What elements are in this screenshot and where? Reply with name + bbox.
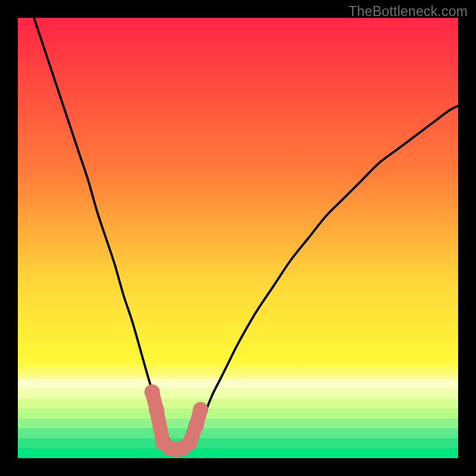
color-band <box>18 439 458 449</box>
color-band <box>18 418 458 428</box>
curve-marker <box>193 402 208 418</box>
color-band <box>18 428 458 439</box>
watermark-text: TheBottleneck.com <box>349 4 468 20</box>
chart-frame: TheBottleneck.com <box>0 0 476 476</box>
bottom-bands <box>18 379 458 458</box>
curve-marker <box>149 402 164 418</box>
chart-svg <box>18 18 458 458</box>
color-band <box>18 399 458 409</box>
color-band <box>18 389 458 399</box>
curve-marker <box>189 418 204 433</box>
plot-area <box>18 18 458 458</box>
color-band <box>18 409 458 419</box>
color-band <box>18 379 458 389</box>
color-band <box>18 448 458 458</box>
curve-marker <box>182 435 198 450</box>
curve-marker <box>145 384 160 400</box>
